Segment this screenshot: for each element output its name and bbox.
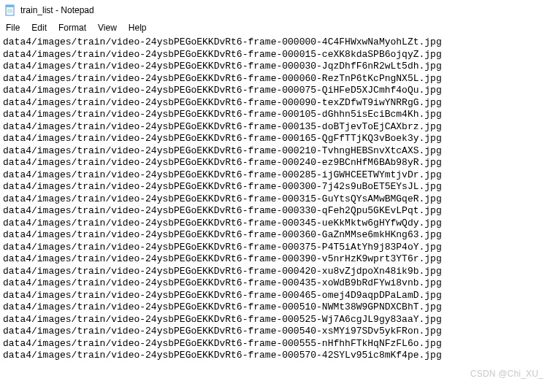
text-line[interactable]: data4/images/train/video-24ysbPEGoEKKDvR…: [3, 301, 555, 314]
text-line[interactable]: data4/images/train/video-24ysbPEGoEKKDvR…: [3, 61, 555, 73]
svg-rect-1: [6, 5, 14, 7]
text-line[interactable]: data4/images/train/video-24ysbPEGoEKKDvR…: [3, 133, 555, 145]
text-line[interactable]: data4/images/train/video-24ysbPEGoEKKDvR…: [3, 97, 555, 109]
text-line[interactable]: data4/images/train/video-24ysbPEGoEKKDvR…: [3, 36, 555, 49]
text-line[interactable]: data4/images/train/video-24ysbPEGoEKKDvR…: [3, 109, 555, 121]
titlebar[interactable]: train_list - Notepad: [0, 0, 558, 20]
window-title: train_list - Notepad: [20, 5, 94, 15]
text-line[interactable]: data4/images/train/video-24ysbPEGoEKKDvR…: [3, 314, 555, 326]
text-line[interactable]: data4/images/train/video-24ysbPEGoEKKDvR…: [3, 157, 555, 169]
text-line[interactable]: data4/images/train/video-24ysbPEGoEKKDvR…: [3, 218, 555, 230]
text-line[interactable]: data4/images/train/video-24ysbPEGoEKKDvR…: [3, 326, 555, 338]
text-line[interactable]: data4/images/train/video-24ysbPEGoEKKDvR…: [3, 121, 555, 134]
text-line[interactable]: data4/images/train/video-24ysbPEGoEKKDvR…: [3, 338, 555, 350]
menu-format[interactable]: Format: [53, 21, 92, 34]
menubar: File Edit Format View Help: [0, 20, 558, 35]
text-line[interactable]: data4/images/train/video-24ysbPEGoEKKDvR…: [3, 253, 555, 266]
menu-help[interactable]: Help: [123, 21, 153, 34]
text-line[interactable]: data4/images/train/video-24ysbPEGoEKKDvR…: [3, 169, 555, 182]
text-line[interactable]: data4/images/train/video-24ysbPEGoEKKDvR…: [3, 290, 555, 302]
text-line[interactable]: data4/images/train/video-24ysbPEGoEKKDvR…: [3, 193, 555, 206]
text-area[interactable]: data4/images/train/video-24ysbPEGoEKKDvR…: [0, 35, 558, 362]
text-line[interactable]: data4/images/train/video-24ysbPEGoEKKDvR…: [3, 145, 555, 158]
watermark: CSDN @Chi_XU_: [470, 369, 543, 379]
menu-view[interactable]: View: [92, 21, 123, 34]
text-line[interactable]: data4/images/train/video-24ysbPEGoEKKDvR…: [3, 242, 555, 254]
menu-file[interactable]: File: [3, 21, 26, 34]
notepad-icon: [4, 4, 16, 16]
text-line[interactable]: data4/images/train/video-24ysbPEGoEKKDvR…: [3, 350, 555, 362]
text-line[interactable]: data4/images/train/video-24ysbPEGoEKKDvR…: [3, 266, 555, 278]
text-line[interactable]: data4/images/train/video-24ysbPEGoEKKDvR…: [3, 277, 555, 290]
text-line[interactable]: data4/images/train/video-24ysbPEGoEKKDvR…: [3, 73, 555, 85]
text-line[interactable]: data4/images/train/video-24ysbPEGoEKKDvR…: [3, 229, 555, 242]
text-line[interactable]: data4/images/train/video-24ysbPEGoEKKDvR…: [3, 205, 555, 218]
text-line[interactable]: data4/images/train/video-24ysbPEGoEKKDvR…: [3, 181, 555, 193]
text-line[interactable]: data4/images/train/video-24ysbPEGoEKKDvR…: [3, 49, 555, 61]
text-line[interactable]: data4/images/train/video-24ysbPEGoEKKDvR…: [3, 85, 555, 97]
menu-edit[interactable]: Edit: [26, 21, 53, 34]
